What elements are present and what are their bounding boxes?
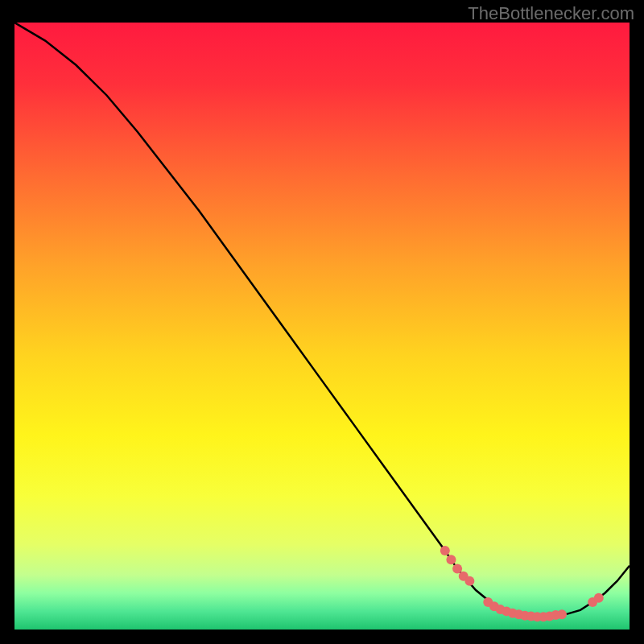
data-marker <box>557 609 567 619</box>
data-marker <box>464 576 474 586</box>
data-marker <box>594 593 604 603</box>
chart-svg <box>14 23 630 630</box>
data-marker <box>446 555 456 564</box>
data-marker <box>440 546 450 555</box>
gradient-background <box>14 23 630 630</box>
watermark-text: TheBottlenecker.com <box>468 3 634 24</box>
chart-plot-area <box>14 23 630 630</box>
